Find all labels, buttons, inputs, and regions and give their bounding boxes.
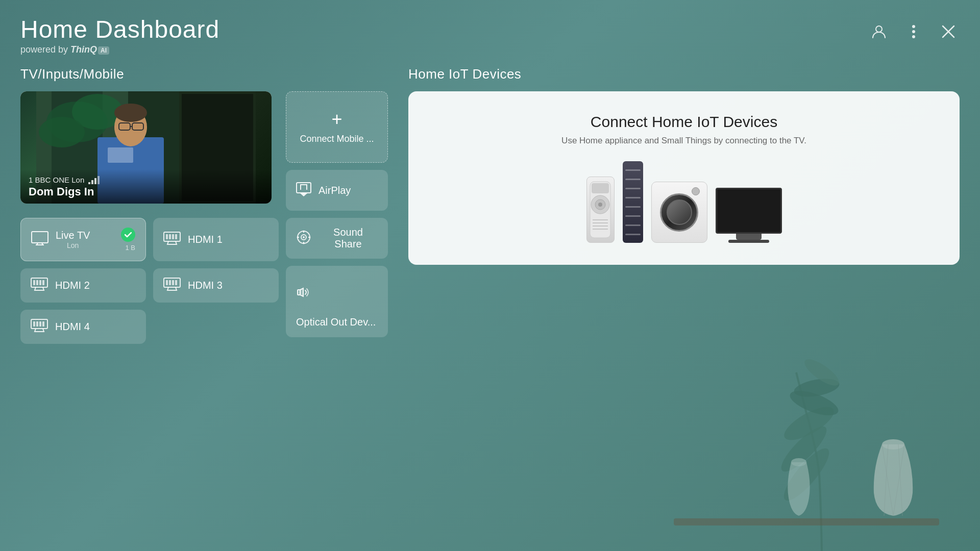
tv-inputs-section-title: TV/Inputs/Mobile [20,66,388,82]
live-tv-icon [31,231,48,248]
tv-channel: 1 BBC ONE Lon [29,176,263,184]
svg-point-19 [39,117,85,147]
channel-number: 1 BBC ONE Lon [29,176,84,184]
svg-rect-44 [36,280,38,285]
app-subtitle: powered by ThinQAI [20,44,219,55]
iot-section-title: Home IoT Devices [408,66,960,82]
subtitle-prefix: powered by [20,44,70,55]
speaker-vent [625,169,641,171]
input-buttons-grid: Live TV Lon 1 B [20,218,279,344]
svg-rect-30 [91,180,93,184]
sound-share-svg-icon [296,230,311,245]
hdmi-icon [163,232,181,245]
hdmi-icon-3 [163,278,181,291]
optical-out-svg-icon [296,285,313,300]
live-tv-label: Live TV [56,230,90,241]
header-controls [868,20,960,43]
svg-rect-33 [32,232,48,243]
airplay-button[interactable]: AirPlay [286,170,388,211]
washer-drum [660,193,698,232]
checkmark-icon [125,232,132,238]
optical-out-label: Optical Out Dev... [296,316,376,328]
optical-icon-area [296,275,313,309]
user-profile-button[interactable] [868,20,890,43]
ai-badge: AI [98,46,109,55]
hdmi2-button[interactable]: HDMI 2 [20,268,146,303]
hdmi2-label: HDMI 2 [55,280,90,291]
speaker-vent [625,197,641,198]
svg-rect-28 [108,147,133,163]
hdmi4-button[interactable]: HDMI 4 [20,310,146,344]
live-tv-button[interactable]: Live TV Lon 1 B [20,218,146,261]
tv-base [728,240,769,243]
svg-point-73 [598,203,602,207]
svg-rect-46 [42,280,44,285]
close-button[interactable] [937,20,960,43]
airplay-svg-icon [296,182,311,196]
smart-speaker-device [586,177,615,243]
svg-rect-50 [172,280,174,285]
svg-rect-32 [97,176,100,184]
tv-device [716,188,782,243]
signal-icon [88,176,100,184]
more-icon [911,23,916,40]
mobile-features-column: + Connect Mobile ... AirPlay [286,91,388,344]
tv-preview-image: 1 BBC ONE Lon Dom Digs In [20,91,272,204]
active-indicator [121,228,135,242]
tv-overlay: 1 BBC ONE Lon Dom Digs In [20,169,272,204]
sound-share-button[interactable]: Sound Share [286,218,388,259]
hdmi1-label: HDMI 1 [188,234,223,245]
hdmi-icon-4 [31,319,48,332]
hdmi4-label: HDMI 4 [55,321,90,333]
optical-out-button[interactable]: Optical Out Dev... [286,266,388,337]
airplay-label: AirPlay [318,185,351,196]
tv-stand [736,234,762,240]
svg-rect-74 [592,183,609,193]
speaker-small-svg [587,179,613,240]
hdmi4-icon [31,319,48,335]
live-tv-info: Live TV Lon [56,230,90,249]
live-tv-sub: Lon [56,241,90,249]
svg-point-60 [303,236,305,238]
iot-card-title: Connect Home IoT Devices [591,113,777,131]
hdmi3-button[interactable]: HDMI 3 [153,268,279,303]
svg-rect-49 [169,280,171,285]
close-icon [941,24,955,39]
speaker-vent [625,206,641,208]
speaker-vent [625,179,641,180]
svg-rect-39 [169,234,171,239]
sound-share-icon [296,230,311,247]
sound-share-label: Sound Share [318,227,378,250]
user-icon [871,23,887,40]
connect-mobile-button[interactable]: + Connect Mobile ... [286,91,388,163]
svg-rect-53 [33,321,35,327]
washer-knob [692,187,700,195]
header: Home Dashboard powered by ThinQAI [0,0,980,65]
tv-screen [716,188,782,234]
tv-preview-card[interactable]: 1 BBC ONE Lon Dom Digs In [20,91,272,204]
iot-connect-card[interactable]: Connect Home IoT Devices Use Home applia… [408,91,960,265]
svg-rect-29 [88,182,90,184]
svg-rect-45 [39,280,41,285]
more-options-button[interactable] [902,20,925,43]
svg-rect-43 [33,280,35,285]
hdmi2-icon [31,278,48,293]
tv-icon [31,231,48,245]
tall-speaker-device [623,161,643,243]
hdmi3-icon [163,278,181,293]
svg-rect-56 [42,321,44,327]
svg-rect-55 [39,321,41,327]
show-title: Dom Digs In [29,185,263,198]
svg-rect-48 [166,280,168,285]
svg-rect-69 [298,290,300,295]
header-title-area: Home Dashboard powered by ThinQAI [20,15,219,55]
speaker-vent [625,215,641,217]
hdmi3-label: HDMI 3 [188,280,223,291]
connect-mobile-label: Connect Mobile ... [300,134,374,144]
svg-point-8 [876,26,882,32]
hdmi1-button[interactable]: HDMI 1 [153,218,279,261]
svg-point-9 [912,25,915,28]
hdmi1-icon [163,232,181,247]
thinq-brand: ThinQ [70,44,97,55]
speaker-vent [625,234,641,235]
